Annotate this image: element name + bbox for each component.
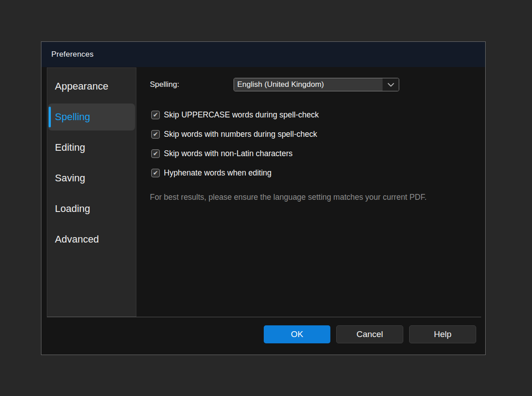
language-dropdown[interactable]: English (United Kingdom) (234, 78, 399, 91)
checkbox-checked-icon[interactable]: ✔ (151, 149, 160, 158)
checkbox-row-hyphenate[interactable]: ✔ Hyphenate words when editing (151, 167, 319, 178)
help-button[interactable]: Help (409, 325, 476, 343)
preferences-sidebar: Appearance Spelling Editing Saving Loadi… (47, 68, 136, 317)
checkbox-label: Skip UPPERCASE words during spell-check (164, 110, 319, 120)
language-hint-text: For best results, please ensure the lang… (150, 192, 442, 203)
dialog-title: Preferences (51, 50, 94, 59)
footer-divider (47, 317, 481, 317)
spell-check-options: ✔ Skip UPPERCASE words during spell-chec… (151, 109, 319, 187)
checkbox-row-skip-numbers[interactable]: ✔ Skip words with numbers during spell-c… (151, 129, 319, 140)
checkmark-icon: ✔ (153, 170, 158, 176)
checkbox-checked-icon[interactable]: ✔ (151, 169, 160, 177)
cancel-button[interactable]: Cancel (336, 325, 403, 343)
checkbox-label: Skip words with non-Latin characters (164, 149, 293, 158)
sidebar-item-loading[interactable]: Loading (48, 194, 135, 224)
checkmark-icon: ✔ (153, 112, 158, 118)
checkbox-checked-icon[interactable]: ✔ (151, 111, 160, 119)
sidebar-item-spelling[interactable]: Spelling (48, 104, 135, 130)
sidebar-item-label: Saving (55, 172, 85, 184)
sidebar-item-advanced[interactable]: Advanced (48, 224, 135, 255)
checkbox-row-skip-uppercase[interactable]: ✔ Skip UPPERCASE words during spell-chec… (151, 109, 319, 120)
dialog-titlebar: Preferences (41, 42, 485, 67)
chevron-down-icon[interactable] (383, 78, 399, 91)
checkmark-icon: ✔ (153, 150, 158, 157)
sidebar-item-saving[interactable]: Saving (48, 163, 135, 194)
sidebar-item-label: Editing (55, 142, 85, 153)
checkmark-icon: ✔ (153, 131, 158, 137)
checkbox-row-skip-nonlatin[interactable]: ✔ Skip words with non-Latin characters (151, 148, 319, 159)
ok-button[interactable]: OK (264, 325, 330, 343)
sidebar-item-label: Spelling (55, 111, 90, 123)
sidebar-item-editing[interactable]: Editing (48, 132, 135, 163)
selected-accent-bar (49, 107, 51, 127)
sidebar-item-appearance[interactable]: Appearance (48, 71, 135, 102)
checkbox-label: Skip words with numbers during spell-che… (164, 130, 317, 139)
spelling-language-label: Spelling: (150, 80, 179, 89)
preferences-dialog: Preferences Appearance Spelling Editing … (41, 41, 486, 355)
checkbox-checked-icon[interactable]: ✔ (151, 130, 160, 139)
language-dropdown-value: English (United Kingdom) (234, 78, 383, 91)
checkbox-label: Hyphenate words when editing (164, 168, 271, 178)
sidebar-item-label: Advanced (55, 234, 99, 245)
sidebar-item-label: Appearance (55, 81, 108, 92)
sidebar-item-label: Loading (55, 203, 90, 215)
